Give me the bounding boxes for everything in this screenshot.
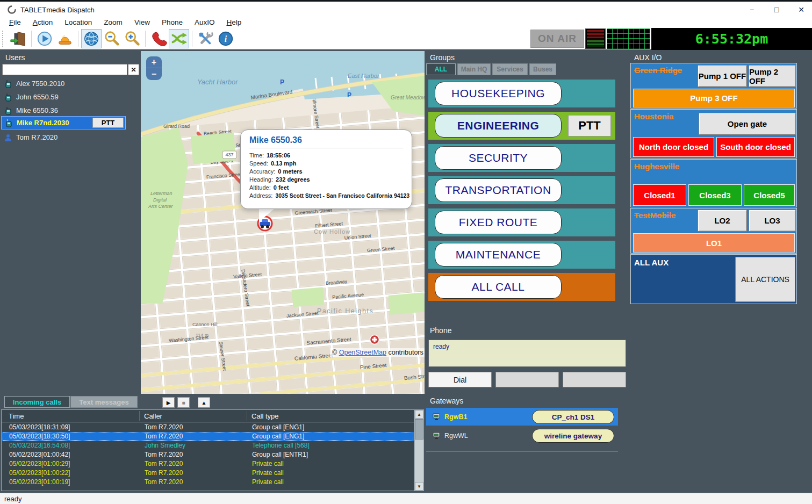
menu-phone[interactable]: Phone [156,16,189,28]
group-call-button[interactable]: FIXED ROUTE [435,211,562,234]
phone-blank-button[interactable] [495,372,559,387]
tab-incoming-calls[interactable]: Incoming calls [4,396,70,408]
call-row[interactable]: 05/03/2023[16:54:08]John SmedleyTelephon… [2,441,414,450]
calls-scrollbar[interactable]: ▲ ▼ [414,409,424,491]
menu-auxio[interactable]: AuxIO [189,16,221,28]
tab-text-messages[interactable]: Text messages [70,396,138,408]
group-call-button[interactable]: ENGINEERING [435,114,562,138]
close-button[interactable]: ✕ [792,3,810,16]
scroll-up-arrow[interactable]: ▲ [415,410,423,419]
user-row[interactable]: Alex 7550.2010 [1,77,126,90]
call-row[interactable]: 05/03/2023[18:31:09]Tom R7.2020Group cal… [2,423,414,432]
menu-file[interactable]: File [3,16,27,28]
map-network-button[interactable] [81,29,102,48]
lo3-button[interactable]: LO3 [749,210,796,232]
closed5-button[interactable]: Closed5 [744,184,795,206]
call-up-button[interactable]: ▲ [198,397,210,408]
map-label: Digital [153,197,167,203]
menu-view[interactable]: View [128,16,156,28]
column-header-calltype[interactable]: Call type [251,412,279,420]
open-gate-button[interactable]: Open gate [699,113,796,135]
gateway-channel-button[interactable]: wireline gateway [532,429,614,443]
call-row[interactable]: 05/02/2023[01:00:22]Tom R7.2020Private c… [2,469,414,478]
menu-help[interactable]: Help [220,16,247,28]
info-icon: i [217,30,234,47]
user-row[interactable]: John 6550.59 [1,90,126,104]
exit-button[interactable] [8,29,28,48]
zoom-out-button[interactable] [102,29,122,48]
gateway-channel-button[interactable]: CP_ch1 DS1 [532,410,614,424]
users-search-clear-button[interactable]: ✕ [128,64,139,75]
map-zoom-out-button[interactable]: − [146,68,162,80]
zoom-in-button[interactable] [122,29,142,48]
user-name: Mike 6550.36 [16,106,58,114]
users-search-input[interactable] [2,64,127,75]
menu-zoom[interactable]: Zoom [98,16,128,28]
menu-action[interactable]: Action [27,16,59,28]
phone-blank-button[interactable] [563,372,626,387]
column-header-caller[interactable]: Caller [144,412,162,420]
call-play-button[interactable]: ▶ [162,397,175,408]
pump3-button[interactable]: Pump 3 OFF [633,89,795,107]
column-header-time[interactable]: Time [9,412,24,420]
groups-panel-title: Groups [430,53,455,62]
south-door-button[interactable]: South door closed [716,137,795,157]
route-shield-label: 437 [225,152,233,157]
user-ptt-button[interactable]: PTT [92,118,124,128]
group-call-button[interactable]: SECURITY [435,146,562,170]
popup-field-value: 0.13 mph [271,160,297,167]
group-call-button[interactable]: TRANSPORTATION [435,178,562,202]
phone-call-button[interactable] [148,29,169,48]
gateway-row[interactable]: RgwWL wireline gateway [426,427,618,444]
map-zoom-in-button[interactable]: + [146,56,162,68]
user-row[interactable]: Tom R7.2020 [1,131,126,144]
phone-display: ready [428,340,626,367]
maximize-button[interactable]: □ [767,3,786,16]
minimize-button[interactable]: − [743,3,761,16]
groups-tab-buses[interactable]: Buses [529,63,556,75]
group-call-button[interactable]: ALL CALL [435,275,562,299]
toolbar-separator [192,31,192,47]
user-row-selected[interactable]: Mike R7nd.2030 PTT [1,116,126,129]
all-actions-button[interactable]: ALL ACTIONS [735,257,795,302]
group-call-button[interactable]: HOUSEKEEPING [435,82,562,105]
scroll-down-arrow[interactable]: ▼ [415,482,423,491]
map-label: Cannon Hill [192,322,218,327]
group-call-button[interactable]: MAINTENANCE [435,243,562,267]
pump2-button[interactable]: Pump 2 OFF [749,65,796,87]
map-view[interactable]: Beach Street North Point Street Bay Stre… [141,51,425,394]
patch-arrows-button[interactable] [169,29,189,48]
call-row-selected[interactable]: 05/03/2023[18:30:50]Tom R7.2020Group cal… [2,432,414,441]
gateway-row-selected[interactable]: RgwB1 CP_ch1 DS1 [426,408,618,426]
groups-tab-services[interactable]: Services [492,63,528,75]
dial-button[interactable]: Dial [428,372,492,387]
menu-location[interactable]: Location [59,16,98,28]
map-canvas[interactable]: Beach Street North Point Street Bay Stre… [141,51,425,394]
user-row[interactable]: Mike 6550.36 [1,104,126,117]
call-row[interactable]: 05/02/2023[01:00:29]Tom R7.2020Private c… [2,459,414,469]
groups-tab-all[interactable]: ALL [426,63,456,75]
lo2-button[interactable]: LO2 [698,210,747,232]
start-button[interactable] [34,29,55,48]
zoom-out-icon [103,30,120,47]
gateway-name: RgwB1 [444,413,467,421]
call-stop-button[interactable]: ■ [177,397,190,408]
north-door-button[interactable]: North door closed [633,137,714,157]
pump1-button[interactable]: Pump 1 OFF [698,65,747,87]
groups-tab-mainhq[interactable]: Main HQ [457,63,491,75]
radio-icon [4,93,12,102]
closed1-button[interactable]: Closed1 [633,184,686,206]
group-ptt-button[interactable]: PTT [568,115,611,136]
map-popup-title: Mike 6550.36 [249,135,403,145]
popup-field-label: Accuracy: [249,168,275,175]
closed3-button[interactable]: Closed3 [688,184,742,206]
call-row[interactable]: 05/02/2023[01:00:42]Tom R7.2020Group cal… [2,450,414,459]
tools-button[interactable] [195,29,215,48]
call-row[interactable]: 05/02/2023[01:00:19]Tom R7.2020Private c… [2,478,414,487]
openstreetmap-link[interactable]: OpenStreetMap [339,349,386,356]
scroll-thumb[interactable] [415,419,423,440]
alert-siren-button[interactable] [55,29,75,48]
lo1-button[interactable]: LO1 [633,233,795,253]
info-button[interactable]: i [215,29,236,48]
toolbar-drag-handle[interactable] [2,31,4,47]
